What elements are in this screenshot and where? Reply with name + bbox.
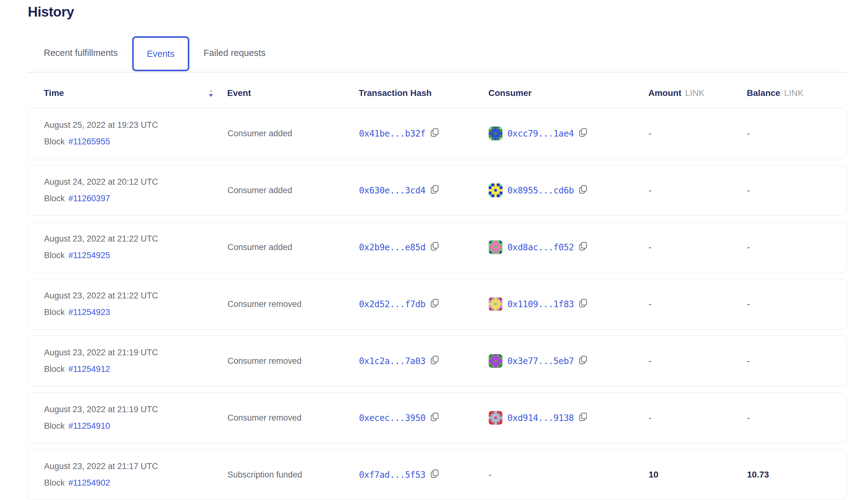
time-cell: August 23, 2022 at 21:22 UTC Block #1125…	[44, 234, 227, 260]
transaction-hash-cell: 0xecec...3950	[359, 412, 489, 424]
block-line: Block #11254923	[44, 307, 110, 317]
transaction-hash-cell: 0xf7ad...5f53	[359, 469, 489, 481]
consumer-cell: -	[489, 470, 649, 480]
consumer-avatar	[489, 297, 502, 311]
event-date: August 23, 2022 at 21:22 UTC	[44, 291, 158, 300]
block-label: Block	[44, 137, 65, 147]
event-type: Consumer added	[227, 129, 359, 138]
event-type: Subscription funded	[227, 470, 359, 480]
column-header-consumer: Consumer	[488, 88, 648, 98]
copy-icon[interactable]	[430, 127, 439, 140]
consumer-cell: 0xcc79...1ae4	[489, 127, 649, 140]
block-line: Block #11254902	[44, 478, 110, 488]
tab-recent-fulfillments[interactable]: Recent fulfillments	[44, 48, 118, 58]
event-type: Consumer removed	[227, 356, 359, 366]
block-number-link[interactable]: #11254923	[68, 307, 110, 317]
block-label: Block	[44, 364, 65, 374]
copy-icon[interactable]	[578, 127, 588, 140]
tab-events[interactable]: Events	[132, 36, 189, 71]
column-header-amount: Amount LINK	[648, 88, 747, 98]
transaction-hash-cell: 0x1c2a...7a03	[359, 355, 489, 367]
copy-icon[interactable]	[430, 241, 439, 253]
block-number-link[interactable]: #11254910	[68, 421, 110, 431]
time-cell: August 23, 2022 at 21:19 UTC Block #1125…	[44, 405, 227, 431]
consumer-address-link[interactable]: 0xd8ac...f052	[507, 242, 574, 252]
consumer-address-link[interactable]: 0x1109...1f83	[507, 299, 574, 309]
consumer-address-link[interactable]: 0xd914...9138	[507, 413, 574, 423]
table-row: August 23, 2022 at 21:19 UTC Block #1125…	[28, 336, 847, 386]
table-row: August 23, 2022 at 21:22 UTC Block #1125…	[28, 279, 847, 329]
amount-value: -	[649, 242, 747, 252]
copy-icon[interactable]	[430, 412, 439, 424]
history-page: History Recent fulfillments Events Faile…	[28, 0, 847, 500]
history-tabs: Recent fulfillments Events Failed reques…	[28, 34, 847, 72]
consumer-cell: 0xd8ac...f052	[489, 240, 649, 254]
transaction-hash-link[interactable]: 0xecec...3950	[359, 413, 425, 423]
consumer-cell: 0x3e77...5eb7	[489, 354, 649, 368]
consumer-avatar	[489, 354, 502, 368]
time-cell: August 25, 2022 at 19:23 UTC Block #1126…	[44, 120, 227, 147]
amount-value: -	[649, 356, 747, 366]
block-label: Block	[44, 421, 65, 431]
consumer-cell: 0x8955...cd6b	[489, 183, 649, 197]
time-header-label: Time	[44, 88, 64, 98]
sort-arrows-icon[interactable]	[208, 89, 214, 98]
amount-value: -	[649, 186, 747, 195]
block-number-link[interactable]: #11254902	[68, 478, 110, 488]
copy-icon[interactable]	[578, 355, 588, 367]
column-header-balance: Balance LINK	[747, 88, 847, 98]
transaction-hash-link[interactable]: 0x2b9e...e85d	[359, 242, 425, 252]
block-line: Block #11265955	[44, 137, 110, 147]
balance-value: -	[747, 129, 847, 138]
balance-value: -	[747, 413, 847, 423]
balance-value: -	[747, 242, 847, 252]
time-cell: August 24, 2022 at 20:12 UTC Block #1126…	[44, 177, 227, 203]
balance-header-label: Balance	[747, 88, 780, 98]
transaction-hash-link[interactable]: 0x630e...3cd4	[359, 185, 425, 196]
consumer-avatar	[489, 411, 502, 425]
amount-value: -	[649, 129, 747, 138]
page-title: History	[28, 4, 847, 20]
column-header-time: Time	[44, 88, 227, 98]
block-number-link[interactable]: #11254925	[68, 251, 110, 260]
copy-icon[interactable]	[430, 184, 439, 196]
transaction-hash-link[interactable]: 0xf7ad...5f53	[359, 470, 425, 480]
event-date: August 23, 2022 at 21:22 UTC	[44, 234, 158, 244]
consumer-address-link[interactable]: 0x3e77...5eb7	[507, 356, 574, 366]
copy-icon[interactable]	[578, 184, 588, 196]
block-number-link[interactable]: #11260397	[68, 194, 110, 203]
block-number-link[interactable]: #11265955	[68, 137, 110, 147]
copy-icon[interactable]	[578, 241, 588, 253]
event-type: Consumer removed	[227, 413, 359, 423]
block-label: Block	[44, 194, 65, 203]
copy-icon[interactable]	[430, 355, 439, 367]
transaction-hash-link[interactable]: 0x2d52...f7db	[359, 299, 425, 309]
event-date: August 23, 2022 at 21:17 UTC	[44, 462, 158, 471]
transaction-hash-cell: 0x630e...3cd4	[359, 184, 489, 196]
table-row: August 23, 2022 at 21:17 UTC Block #1125…	[28, 450, 847, 500]
copy-icon[interactable]	[578, 298, 588, 310]
event-type: Consumer added	[227, 186, 359, 195]
column-header-event: Event	[227, 88, 359, 98]
block-number-link[interactable]: #11254912	[68, 364, 110, 374]
amount-header-label: Amount	[648, 88, 682, 98]
transaction-hash-cell: 0x2b9e...e85d	[359, 241, 489, 253]
copy-icon[interactable]	[430, 298, 439, 310]
transaction-hash-link[interactable]: 0x41be...b32f	[359, 128, 425, 139]
time-cell: August 23, 2022 at 21:19 UTC Block #1125…	[44, 348, 227, 374]
block-label: Block	[44, 478, 65, 488]
copy-icon[interactable]	[578, 412, 588, 424]
copy-icon[interactable]	[430, 469, 439, 481]
consumer-address-link[interactable]: 0x8955...cd6b	[507, 185, 574, 196]
balance-value: -	[747, 186, 847, 195]
consumer-address-link[interactable]: 0xcc79...1ae4	[507, 128, 574, 139]
block-line: Block #11260397	[44, 194, 110, 203]
event-date: August 24, 2022 at 20:12 UTC	[44, 177, 158, 187]
balance-value: -	[747, 299, 847, 309]
event-date: August 23, 2022 at 21:19 UTC	[44, 405, 158, 414]
table-row: August 25, 2022 at 19:23 UTC Block #1126…	[28, 108, 847, 159]
consumer-cell: 0xd914...9138	[489, 411, 649, 425]
event-date: August 23, 2022 at 21:19 UTC	[44, 348, 158, 357]
transaction-hash-link[interactable]: 0x1c2a...7a03	[359, 356, 425, 366]
tab-failed-requests[interactable]: Failed requests	[204, 48, 266, 58]
